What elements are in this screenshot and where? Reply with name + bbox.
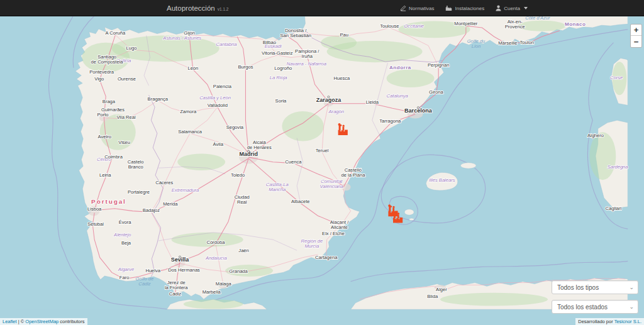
map-label-region: Corse (610, 75, 623, 80)
map-label-region: Castilla-LaMancha (266, 182, 289, 192)
type-filter-value: Todos los tipos (557, 284, 599, 291)
map-label-city: Aveiro (98, 134, 111, 140)
map-label-city: Coimbra (104, 154, 123, 160)
map-label-city: Bragança (148, 96, 169, 102)
map-label-region: Extremadura (172, 187, 199, 193)
map-label-city: Marseille (498, 40, 517, 46)
map-label-region: Alentejo (113, 232, 131, 238)
map-label-city: Zamora (180, 109, 197, 114)
attribution-suffix: contributors (60, 319, 84, 324)
city-dot (248, 150, 250, 152)
map-label-country: Andorra (389, 65, 411, 70)
leaflet-link[interactable]: Leaflet (3, 319, 17, 324)
map-label-city: Pontevedra (89, 69, 114, 75)
map-label-city: León (187, 65, 198, 71)
map-label-city: Gijón (184, 30, 195, 36)
map-label-city: Porto (97, 112, 108, 118)
state-filter-select[interactable]: Todos los estados ⌄ (552, 300, 638, 314)
map-label-region: ComunitatValenciana (320, 179, 343, 189)
map-label-region: Navarra - Nafarroa (287, 61, 326, 67)
map-label-city: Lugo (126, 45, 137, 51)
map-label-city: Marbella (203, 289, 221, 295)
map-label-city: Dos Hermanas (168, 267, 200, 273)
map-label-region: Catalunya (387, 93, 408, 99)
map-label-city: CasteloBranco (128, 159, 144, 170)
nav-item-instalaciones[interactable]: Instalaciones (445, 5, 484, 11)
chevron-down-icon (524, 7, 528, 9)
zoom-out-button[interactable]: − (631, 36, 641, 47)
map-label-city: Teruel (316, 148, 329, 153)
nav-item-cuenta[interactable]: Cuenta (496, 5, 528, 11)
osm-link[interactable]: OpenStreetMap (25, 319, 58, 324)
map-label-city: Setúbal (87, 221, 104, 227)
map-label-city: Lisboa (87, 206, 102, 212)
top-navbar: Autoprotección v1.1.2 Normativas Instala… (0, 0, 644, 16)
map-attribution: Leaflet | © OpenStreetMap contributors (0, 318, 87, 325)
map-label-city: Logroño (274, 65, 292, 71)
map-label-city: Girona (429, 89, 444, 95)
tesicnor-link[interactable]: Tesicnor S.L. (614, 319, 641, 324)
map-label-city: Alger (436, 287, 447, 292)
map-label-city: Soria (275, 98, 287, 104)
island-ibiza (404, 209, 414, 215)
map-label-city: Bilbao (263, 40, 276, 45)
map-label-city: Cáceres (155, 180, 173, 185)
map-label-region: Castilla y León (199, 95, 231, 101)
map-label-city: Granada (229, 268, 248, 274)
island-menorca (460, 163, 476, 168)
map-label-region: Occitanie (404, 23, 424, 29)
map-label-city: Pau (340, 32, 348, 38)
zoom-in-button[interactable]: + (631, 25, 641, 36)
map-label-city: Leiria (99, 172, 111, 178)
chevron-down-icon: ⌄ (629, 304, 634, 310)
chevron-down-icon: ⌄ (629, 284, 634, 290)
map-label-region: Aragón (328, 109, 344, 114)
map-label-city: Portalegre (128, 189, 150, 195)
map-label-city: Burgos (238, 64, 253, 70)
map-label-city: Badajoz (143, 208, 160, 214)
nav-item-normativas[interactable]: Normativas (400, 5, 434, 11)
industry-icon (445, 5, 452, 11)
map-label-city: Córdoba (206, 240, 225, 245)
map-label-city: Jaén (238, 248, 248, 253)
map-label-city: Segovia (226, 124, 244, 130)
city-dot (179, 256, 180, 258)
map-label-city: Albacete (291, 199, 310, 204)
zoom-control: + − (630, 24, 642, 48)
map-label-city: Viseu (118, 140, 130, 145)
map-label-city: Toulouse (380, 23, 399, 29)
map-label-region: La Rioja (270, 75, 287, 80)
map-label-city: Lleida (366, 99, 379, 105)
type-filter-select[interactable]: Todos los tipos ⌄ (552, 280, 638, 294)
app-version: v1.1.2 (218, 7, 229, 11)
map-label-city: A Coruña (106, 30, 126, 36)
nav-label: Normativas (409, 6, 434, 11)
map-label-city: Blida (427, 294, 438, 299)
nav-label: Cuenta (504, 6, 520, 11)
map-label-city: Cartagena (315, 255, 338, 260)
map-label-city: Mérida (163, 201, 178, 207)
map-label-city: Vila Real (116, 114, 136, 120)
map-label-city: Ávila (213, 141, 224, 147)
city-dot (417, 107, 419, 109)
map-label-city: Huesca (333, 75, 350, 81)
app-title: Autoprotección (167, 4, 215, 12)
map-label-city: Alghero (587, 133, 604, 138)
map-label-city: Tarragona (379, 118, 401, 124)
map-label-region: Asturias / Asturies (162, 35, 201, 41)
map-label-country: Monaco (565, 21, 586, 27)
leaflet-map[interactable]: GaliciaAsturias / AsturiesCantabriaEuska… (0, 16, 644, 325)
map-label-region: Algarve (118, 267, 135, 272)
map-label-city: Cádiz (169, 291, 182, 297)
map-label-city: Cagliari (606, 206, 622, 211)
nav-label: Instalaciones (455, 6, 484, 11)
copyright-symbol: © (21, 319, 25, 324)
map-label-city: Vigo (94, 76, 104, 82)
map-canvas[interactable]: GaliciaAsturias / AsturiesCantabriaEuska… (0, 16, 644, 325)
map-label-city: Toledo (231, 172, 245, 178)
map-label-water: Côte d'Azur (525, 16, 550, 21)
map-label-region: Andalucía (205, 255, 227, 261)
map-label-city: Palencia (213, 84, 232, 89)
map-label-city: Vitoria-Gasteiz (262, 50, 293, 56)
app-brand[interactable]: Autoprotección v1.1.2 (167, 0, 228, 16)
